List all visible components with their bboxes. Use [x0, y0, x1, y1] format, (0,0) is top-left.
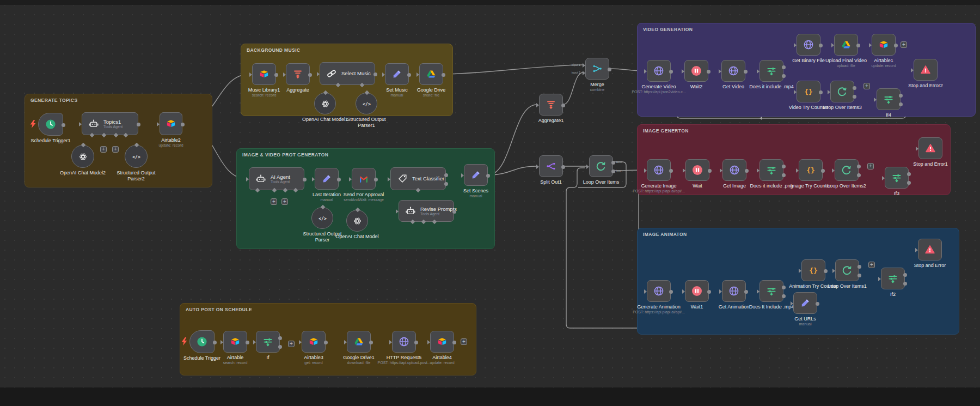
get-binary-file[interactable] — [797, 34, 820, 56]
input-port[interactable] — [719, 289, 722, 294]
input-port[interactable] — [644, 289, 647, 294]
if[interactable] — [256, 331, 280, 353]
output-port[interactable] — [324, 341, 328, 344]
input-port[interactable] — [349, 177, 352, 181]
input-port[interactable] — [220, 340, 223, 344]
output-port[interactable] — [708, 169, 712, 173]
output-port[interactable] — [561, 104, 565, 107]
does-it-include-mp4-2[interactable] — [759, 280, 783, 302]
input-port[interactable] — [720, 168, 722, 173]
get-video[interactable] — [721, 60, 745, 82]
input-port[interactable] — [878, 277, 881, 281]
wait[interactable] — [685, 159, 709, 181]
image-try-counter[interactable]: {} — [799, 159, 823, 181]
input-port[interactable] — [249, 72, 252, 77]
input-port[interactable] — [388, 177, 390, 181]
input-port[interactable] — [832, 269, 835, 273]
output-port[interactable] — [782, 165, 786, 168]
music-library1[interactable] — [252, 63, 276, 85]
google-drive[interactable] — [419, 63, 443, 85]
wait1[interactable] — [685, 280, 709, 302]
loop-over-items[interactable] — [589, 155, 613, 177]
openai-chat-model1[interactable] — [314, 93, 336, 114]
output-port[interactable] — [853, 86, 856, 90]
output-port[interactable] — [407, 73, 411, 77]
add-node-agent-b[interactable]: + — [281, 198, 288, 205]
output-port[interactable] — [308, 73, 312, 77]
output-port[interactable] — [181, 123, 185, 126]
structured-output-parser1[interactable]: </> — [356, 93, 377, 114]
structured-output-parser2[interactable]: </> — [125, 145, 148, 168]
output-port[interactable] — [857, 165, 861, 168]
add-node-loop1[interactable]: + — [868, 262, 875, 268]
airtable4[interactable] — [430, 331, 454, 353]
if2[interactable] — [881, 268, 905, 289]
add-node-agent-a[interactable]: + — [271, 198, 277, 205]
input-port[interactable] — [253, 340, 256, 344]
input-port[interactable] — [382, 72, 385, 77]
output-port[interactable] — [62, 123, 65, 127]
airtable[interactable] — [223, 331, 247, 353]
input-port[interactable] — [682, 69, 684, 74]
input-port[interactable] — [461, 173, 464, 178]
output-port[interactable] — [337, 178, 341, 181]
output-port[interactable] — [857, 265, 861, 269]
if4[interactable] — [877, 88, 901, 110]
output-port[interactable] — [303, 178, 307, 181]
stop-and-error[interactable] — [918, 239, 942, 260]
output-port[interactable] — [782, 286, 786, 289]
input-port[interactable] — [916, 147, 918, 151]
output-port[interactable] — [782, 65, 786, 69]
input-port[interactable] — [757, 168, 759, 173]
output-port[interactable] — [452, 210, 456, 214]
add-node-airtable1[interactable]: + — [901, 41, 907, 48]
structured-output-parser[interactable]: </> — [311, 207, 333, 229]
output-port[interactable] — [819, 90, 823, 94]
output-port[interactable] — [213, 341, 217, 344]
add-node-airtable4[interactable]: + — [461, 338, 467, 345]
split-out1[interactable] — [539, 155, 563, 177]
set-scenes[interactable] — [464, 164, 488, 186]
generate-image[interactable] — [647, 159, 671, 181]
input-port[interactable] — [344, 340, 347, 344]
aggregate[interactable] — [286, 63, 310, 85]
output-port[interactable] — [899, 102, 903, 106]
input-port[interactable] — [799, 269, 801, 273]
output-port[interactable] — [821, 169, 825, 173]
output-port[interactable] — [442, 73, 445, 77]
output-port[interactable] — [816, 302, 819, 306]
ai-agent[interactable]: AI AgentTools Agent — [249, 167, 304, 190]
output-port[interactable] — [278, 345, 282, 349]
output-port[interactable] — [745, 169, 749, 173]
loop-over-items2[interactable] — [835, 159, 859, 181]
openai-chat-model2[interactable] — [71, 145, 94, 168]
input-port[interactable] — [757, 69, 759, 74]
input-port[interactable] — [536, 165, 539, 169]
google-drive1[interactable] — [347, 331, 371, 353]
get-image[interactable] — [722, 159, 746, 181]
add-node-loop2[interactable]: + — [867, 163, 874, 169]
get-animation[interactable] — [722, 280, 746, 302]
input-port[interactable] — [757, 289, 759, 294]
aggregate1[interactable] — [539, 94, 563, 116]
output-port[interactable] — [894, 44, 898, 47]
loop-over-items1[interactable] — [835, 259, 859, 281]
output-port[interactable] — [819, 44, 823, 47]
schedule-trigger1[interactable] — [38, 113, 63, 136]
topics1[interactable]: Topics1Tools Agent — [82, 112, 138, 135]
output-port[interactable] — [369, 341, 373, 344]
input-port[interactable] — [791, 301, 793, 306]
output-port[interactable] — [374, 178, 378, 181]
input-port[interactable] — [312, 177, 315, 181]
output-port[interactable] — [274, 73, 278, 77]
output-port[interactable] — [414, 341, 418, 344]
input-port[interactable] — [536, 103, 539, 107]
input-port[interactable] — [283, 72, 286, 77]
stop-and-error2[interactable] — [914, 59, 938, 81]
output-port[interactable] — [744, 290, 748, 294]
revise-prompts[interactable]: Revise PromptsTools Agent — [399, 200, 454, 222]
output-port[interactable] — [444, 173, 448, 177]
does-it-include-png[interactable] — [759, 159, 783, 181]
input-port[interactable] — [586, 165, 589, 169]
input-port[interactable] — [874, 98, 877, 102]
